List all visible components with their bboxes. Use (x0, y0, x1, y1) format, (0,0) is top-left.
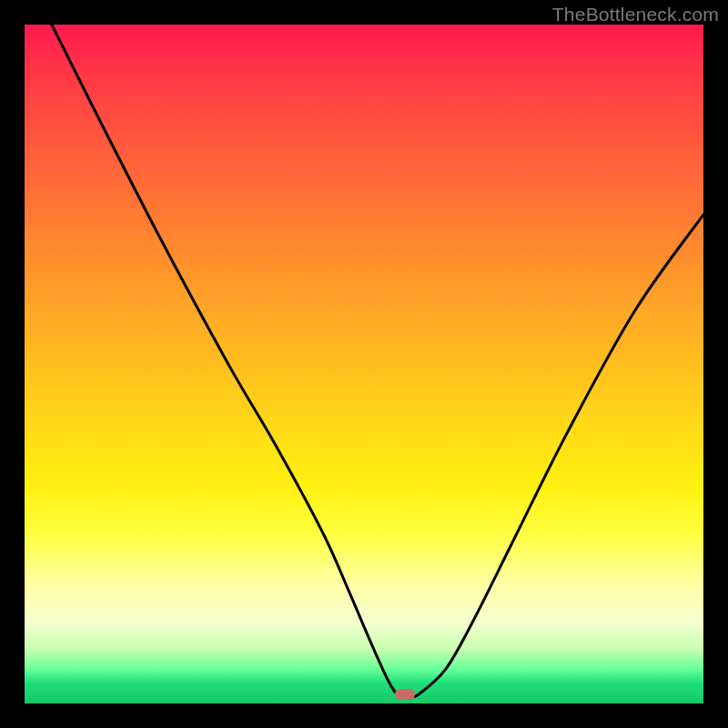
chart-frame: TheBottleneck.com (0, 0, 728, 728)
watermark-text: TheBottleneck.com (552, 4, 719, 25)
plot-area (25, 25, 703, 703)
bottleneck-marker (395, 689, 415, 700)
bottleneck-curve (25, 25, 703, 703)
